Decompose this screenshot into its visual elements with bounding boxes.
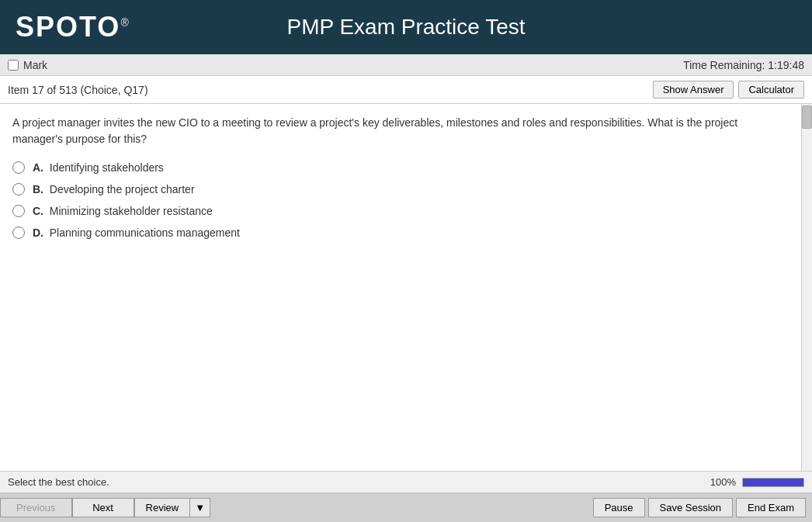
progress-area: 100% [710, 476, 804, 488]
options-list: A. Identifying stakeholders B. Developin… [12, 161, 789, 239]
calculator-button[interactable]: Calculator [738, 81, 804, 99]
scrollbar-thumb[interactable] [802, 105, 812, 129]
end-exam-button[interactable]: End Exam [736, 498, 806, 517]
option-radio-3[interactable] [12, 226, 25, 239]
option-radio-2[interactable] [12, 205, 25, 217]
item-buttons: Show Answer Calculator [653, 81, 804, 99]
logo: SPOTO® [16, 11, 130, 43]
show-answer-button[interactable]: Show Answer [653, 81, 734, 99]
bottom-right-buttons: Pause Save Session End Exam [593, 498, 812, 517]
question-text: A project manager invites the new CIO to… [12, 115, 789, 147]
item-bar: Item 17 of 513 (Choice, Q17) Show Answer… [0, 76, 812, 104]
scrollbar-track[interactable] [801, 104, 812, 471]
option-item-b[interactable]: B. Developing the project charter [12, 183, 789, 195]
progress-bar [742, 478, 804, 487]
pause-button[interactable]: Pause [593, 498, 645, 517]
mark-label[interactable]: Mark [8, 59, 47, 71]
app-title: PMP Exam Practice Test [286, 15, 525, 40]
save-session-button[interactable]: Save Session [648, 498, 734, 517]
option-item-c[interactable]: C. Minimizing stakeholder resistance [12, 205, 789, 217]
mark-checkbox[interactable] [8, 60, 19, 71]
progress-pct: 100% [710, 476, 736, 488]
status-bar: Select the best choice. 100% [0, 471, 812, 493]
content-wrapper: A project manager invites the new CIO to… [0, 104, 812, 471]
option-label-3: D. Planning communications management [33, 226, 240, 239]
option-radio-1[interactable] [12, 183, 25, 195]
review-button[interactable]: Review [134, 498, 190, 517]
mark-bar: Mark Time Remaining: 1:19:48 [0, 54, 812, 76]
main-content: A project manager invites the new CIO to… [0, 104, 801, 471]
review-dropdown-arrow[interactable]: ▼ [189, 498, 210, 517]
option-item-a[interactable]: A. Identifying stakeholders [12, 161, 789, 174]
app-header: SPOTO® PMP Exam Practice Test [0, 0, 812, 54]
progress-bar-fill [743, 479, 803, 486]
option-label-2: C. Minimizing stakeholder resistance [33, 205, 213, 217]
time-remaining: Time Remaining: 1:19:48 [683, 59, 804, 71]
option-radio-0[interactable] [12, 161, 25, 174]
bottom-left-buttons: Previous Next Review ▼ [0, 498, 210, 517]
next-button[interactable]: Next [72, 498, 134, 517]
option-item-d[interactable]: D. Planning communications management [12, 226, 789, 239]
previous-button[interactable]: Previous [0, 498, 72, 517]
bottom-nav-bar: Previous Next Review ▼ Pause Save Sessio… [0, 493, 812, 522]
option-label-0: A. Identifying stakeholders [33, 161, 164, 174]
option-label-1: B. Developing the project charter [33, 183, 195, 195]
review-button-container: Review ▼ [134, 498, 211, 517]
item-info: Item 17 of 513 (Choice, Q17) [8, 84, 148, 96]
status-text: Select the best choice. [8, 476, 109, 488]
